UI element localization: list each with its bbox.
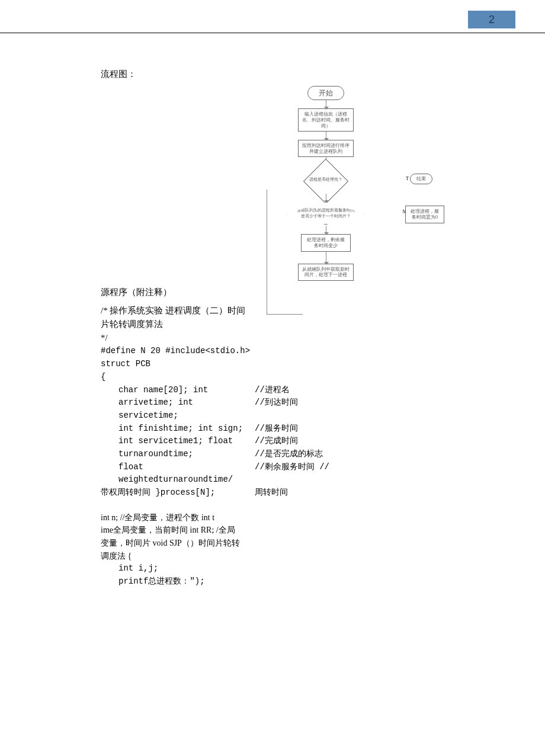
struct-member: char name[20]; int [118, 384, 255, 397]
struct-comment: //到达时间 [255, 396, 298, 422]
struct-row: float weightedturnaroundtime/ //剩余服务时间 /… [118, 461, 480, 486]
flow-process-right: 处理进程，服务时间置为0 [405, 206, 444, 223]
code-line: ime全局变量，当前时间 int RR; /全局 [101, 524, 480, 537]
struct-comment: //是否完成的标志 [255, 448, 323, 461]
struct-comment: //进程名 [255, 384, 290, 397]
struct-row: int finishtime; int sign; //服务时间 [118, 422, 480, 435]
code-line: int i,j; [101, 562, 480, 575]
page-number-box: 2 [468, 11, 515, 28]
code-line: struct PCB [101, 358, 480, 371]
code-block: /* 操作系统实验 进程调度（二）时间 片轮转调度算法 */ #define N… [101, 304, 480, 588]
struct-row: int servicetime1; float //完成时间 [118, 435, 480, 448]
code-line: int n; //全局变量，进程个数 int t [101, 511, 480, 524]
struct-member: turnaroundtime; [118, 448, 255, 461]
flowchart-diagram: 开始 输入进程信息（进程名、到达时间、服务时间） 按照到达时间进行排序并建立进程… [255, 86, 397, 281]
document-body: 流程图： 开始 输入进程信息（进程名、到达时间、服务时间） 按照到达时间进行排序… [0, 33, 480, 588]
flow-sort: 按照到达时间进行排序并建立进程队列 [298, 140, 354, 157]
struct-comment: //服务时间 [255, 422, 298, 435]
struct-comment: //完成时间 [255, 435, 298, 448]
code-line: { [101, 371, 480, 384]
struct-member: arrivetime; int servicetime; [118, 396, 255, 422]
comment-line: 片轮转调度算法 [101, 318, 480, 331]
flow-start: 开始 [307, 86, 344, 100]
struct-close: 带权周转时间 }process[N]; [101, 486, 255, 499]
struct-comment: //剩余服务时间 // [255, 461, 329, 486]
flowchart-heading: 流程图： [101, 69, 480, 80]
struct-member: float weightedturnaroundtime/ [118, 461, 255, 486]
struct-row: turnaroundtime; //是否完成的标志 [118, 448, 480, 461]
struct-member: int servicetime1; float [118, 435, 255, 448]
struct-row: char name[20]; int //进程名 [118, 384, 480, 397]
struct-row: arrivetime; int servicetime; //到达时间 [118, 396, 480, 422]
code-line: printf总进程数："); [101, 575, 480, 588]
struct-close-comment: 周转时间 [255, 486, 288, 499]
flow-process-remain: 处理进程，剩余服务时间变少 [301, 234, 351, 251]
page-header: 2 [0, 0, 545, 33]
flow-loop-line [267, 190, 303, 315]
struct-member: int finishtime; int sign; [118, 422, 255, 435]
code-line: #define N 20 #include<stdio.h> [101, 345, 480, 358]
flow-label-T: T [406, 176, 409, 181]
comment-line: */ [101, 331, 480, 345]
code-line: 调度法 { [101, 550, 480, 563]
flow-input: 输入进程信息（进程名、到达时间、服务时间） [298, 108, 354, 132]
code-paragraph: int n; //全局变量，进程个数 int t ime全局变量，当前时间 in… [101, 511, 480, 588]
code-line: 变量，时间片 void SJP（）时间片轮转 [101, 537, 480, 550]
struct-body: char name[20]; int //进程名 arrivetime; int… [101, 384, 480, 487]
flow-next: 从就绪队列中获取新时间片，处理下一进程 [298, 264, 354, 281]
flow-end: 结束 [410, 174, 432, 184]
struct-close-row: 带权周转时间 }process[N]; 周转时间 [101, 486, 480, 499]
